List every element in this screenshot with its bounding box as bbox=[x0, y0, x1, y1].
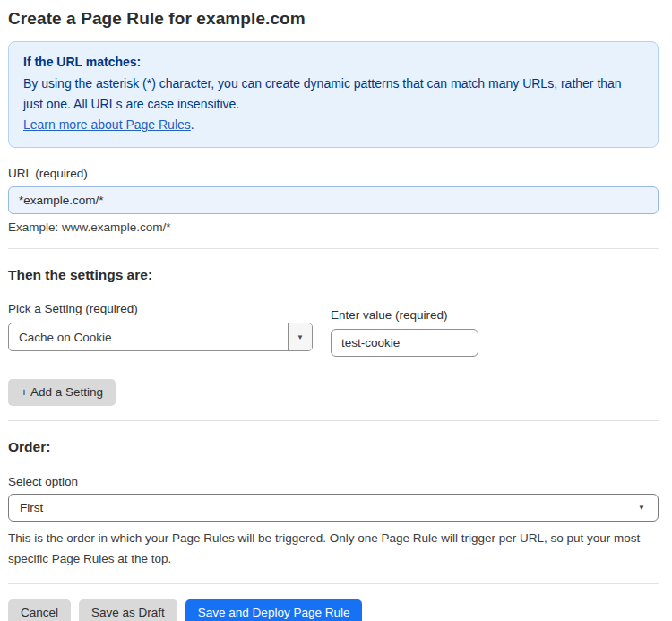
order-select-value: First bbox=[20, 501, 638, 514]
setting-select-label: Pick a Setting (required) bbox=[8, 302, 313, 315]
info-box-heading: If the URL matches: bbox=[23, 52, 643, 73]
page-title: Create a Page Rule for example.com bbox=[8, 9, 659, 29]
url-field-label: URL (required) bbox=[8, 167, 659, 180]
url-matches-info-box: If the URL matches: By using the asteris… bbox=[8, 41, 659, 148]
order-select-label: Select option bbox=[8, 475, 659, 488]
cancel-button[interactable]: Cancel bbox=[8, 599, 71, 621]
footer-actions: Cancel Save as Draft Save and Deploy Pag… bbox=[8, 599, 659, 621]
info-box-link-line: Learn more about Page Rules. bbox=[23, 115, 643, 135]
create-page-rule-form: Create a Page Rule for example.com If th… bbox=[0, 0, 672, 621]
divider bbox=[8, 583, 659, 584]
settings-row: Pick a Setting (required) Cache on Cooki… bbox=[8, 302, 659, 357]
info-box-body: By using the asterisk (*) character, you… bbox=[23, 73, 643, 115]
chevron-down-icon: ▼ bbox=[638, 504, 647, 512]
value-field-label: Enter value (required) bbox=[331, 308, 478, 322]
setting-value-group: Enter value (required) bbox=[331, 302, 478, 357]
order-section-heading: Order: bbox=[8, 439, 659, 455]
save-as-draft-button[interactable]: Save as Draft bbox=[79, 599, 177, 621]
link-period: . bbox=[191, 117, 194, 132]
setting-select-value: Cache on Cookie bbox=[9, 323, 288, 350]
order-help-text: This is the order in which your Page Rul… bbox=[8, 528, 641, 569]
setting-select-group: Pick a Setting (required) Cache on Cooki… bbox=[8, 302, 313, 357]
setting-select[interactable]: Cache on Cookie ▼ bbox=[8, 323, 313, 351]
settings-section-heading: Then the settings are: bbox=[8, 267, 659, 283]
url-input[interactable] bbox=[8, 186, 659, 214]
divider bbox=[8, 248, 659, 249]
url-example-text: Example: www.example.com/* bbox=[8, 220, 659, 234]
chevron-down-icon[interactable]: ▼ bbox=[288, 323, 312, 350]
order-select[interactable]: First ▼ bbox=[8, 494, 659, 522]
save-and-deploy-button[interactable]: Save and Deploy Page Rule bbox=[185, 599, 363, 621]
add-setting-button[interactable]: + Add a Setting bbox=[8, 379, 116, 406]
divider bbox=[8, 420, 659, 421]
learn-more-link[interactable]: Learn more about Page Rules bbox=[23, 117, 191, 132]
setting-value-input[interactable] bbox=[331, 329, 478, 357]
